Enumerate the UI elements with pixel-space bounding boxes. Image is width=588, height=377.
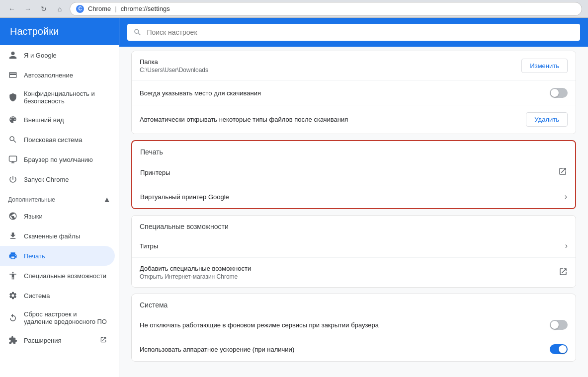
sidebar-item-print[interactable]: Печать — [0, 246, 115, 266]
site-icon: C — [76, 5, 84, 13]
add-accessibility-row[interactable]: Добавить специальные возможности Открыть… — [132, 258, 576, 287]
add-accessibility-subtitle: Открыть Интернет-магазин Chrome — [140, 273, 559, 280]
acceleration-label: Использовать аппаратное ускорение (при н… — [140, 346, 550, 353]
sidebar-item-accessibility[interactable]: Специальные возможности — [0, 266, 115, 286]
sidebar-label-autofill: Автозаполнение — [24, 72, 73, 79]
virtual-printer-text: Виртуальный принтер Google — [140, 193, 565, 201]
address-path: chrome://settings — [121, 5, 170, 12]
captions-arrow-icon: › — [565, 241, 568, 250]
sidebar-label-startup: Запуск Chrome — [24, 176, 69, 183]
extensions-external-icon — [100, 336, 107, 345]
sidebar-item-default-browser[interactable]: Браузер по умолчанию — [0, 150, 115, 169]
sidebar-label-search: Поисковая система — [24, 136, 83, 144]
always-ask-text: Всегда указывать место для скачивания — [140, 89, 550, 97]
folder-row: Папка C:\Users\User\Downloads Изменить — [132, 51, 576, 81]
sidebar-label-extensions: Расширения — [24, 337, 62, 344]
add-accessibility-external-icon — [559, 267, 568, 278]
always-ask-row[interactable]: Всегда указывать место для скачивания — [132, 81, 576, 105]
virtual-printer-arrow-icon: › — [565, 192, 567, 201]
folder-path: C:\Users\User\Downloads — [140, 67, 521, 74]
auto-open-label: Автоматически открывать некоторые типы ф… — [140, 116, 526, 123]
search-input[interactable] — [147, 28, 574, 36]
address-site: Chrome — [88, 5, 111, 12]
sidebar-header: Настройки — [0, 18, 119, 45]
search-input-wrap[interactable] — [127, 24, 580, 41]
sidebar-label-me-google: Я и Google — [24, 52, 57, 59]
background-toggle[interactable] — [550, 320, 568, 330]
home-button[interactable]: ⌂ — [54, 3, 66, 15]
printers-row[interactable]: Принтеры — [132, 160, 575, 185]
sidebar-item-languages[interactable]: Языки — [0, 206, 115, 226]
reload-button[interactable]: ↻ — [38, 3, 50, 15]
shield-icon — [8, 92, 18, 102]
folder-text: Папка C:\Users\User\Downloads — [140, 58, 521, 74]
background-label: Не отключать работающие в фоновом режиме… — [140, 321, 550, 329]
sidebar-item-autofill[interactable]: Автозаполнение — [0, 65, 115, 85]
captions-label: Титры — [140, 242, 565, 250]
sidebar-item-me-google[interactable]: Я и Google — [0, 45, 115, 65]
virtual-printer-row[interactable]: Виртуальный принтер Google › — [132, 185, 575, 208]
back-button[interactable]: ← — [6, 3, 18, 15]
change-folder-button[interactable]: Изменить — [521, 59, 568, 73]
system-section-title: Система — [132, 294, 576, 313]
sidebar-label-appearance: Внешний вид — [24, 116, 64, 124]
sidebar-title: Настройки — [10, 26, 59, 37]
palette-icon — [8, 115, 18, 125]
sidebar-item-reset[interactable]: Сброс настроек и удаление вредоносного П… — [0, 305, 115, 330]
settings-icon — [8, 291, 18, 301]
settings-container: Настройки Я и Google Автозаполнение Конф… — [0, 18, 588, 377]
delete-button[interactable]: Удалить — [526, 112, 568, 127]
always-ask-toggle[interactable] — [550, 88, 568, 98]
add-accessibility-text: Добавить специальные возможности Открыть… — [140, 265, 559, 280]
acceleration-text: Использовать аппаратное ускорение (при н… — [140, 346, 550, 353]
sidebar-label-languages: Языки — [24, 213, 43, 220]
forward-button[interactable]: → — [22, 3, 34, 15]
background-row[interactable]: Не отключать работающие в фоновом режиме… — [132, 313, 576, 337]
auto-open-row: Автоматически открывать некоторые типы ф… — [132, 105, 576, 134]
sidebar-item-downloads[interactable]: Скаченные файлы — [0, 226, 115, 246]
printers-text: Принтеры — [140, 169, 558, 176]
virtual-printer-label: Виртуальный принтер Google — [140, 193, 565, 201]
sidebar-section-additional[interactable]: Дополнительные ▲ — [0, 189, 119, 206]
accessibility-section: Специальные возможности Титры › Добавить… — [131, 215, 576, 288]
sidebar-label-default-browser: Браузер по умолчанию — [24, 156, 93, 163]
sidebar-label-privacy: Конфиденциальность и безопасность — [24, 90, 107, 105]
sidebar-item-startup[interactable]: Запуск Chrome — [0, 169, 115, 189]
main-content: Папка C:\Users\User\Downloads Изменить В… — [119, 18, 588, 377]
sidebar-label-reset: Сброс настроек и удаление вредоносного П… — [24, 310, 107, 325]
always-ask-label: Всегда указывать место для скачивания — [140, 89, 550, 97]
background-text: Не отключать работающие в фоновом режиме… — [140, 321, 550, 329]
address-bar[interactable]: C Chrome | chrome://settings — [70, 2, 582, 16]
sidebar-item-privacy[interactable]: Конфиденциальность и безопасность — [0, 85, 115, 110]
accessibility-section-title: Специальные возможности — [132, 216, 576, 234]
sidebar-item-system[interactable]: Система — [0, 286, 115, 305]
search-icon — [8, 135, 18, 145]
folder-label: Папка — [140, 58, 521, 66]
sidebar-label-system: Система — [24, 292, 50, 300]
additional-label: Дополнительные — [8, 196, 55, 203]
globe-icon — [8, 211, 18, 221]
auto-open-text: Автоматически открывать некоторые типы ф… — [140, 116, 526, 123]
search-bar — [119, 18, 588, 47]
reset-icon — [8, 313, 18, 323]
print-section-title: Печать — [132, 141, 575, 160]
svg-rect-0 — [9, 156, 17, 161]
captions-row[interactable]: Титры › — [132, 234, 576, 258]
system-section: Система Не отключать работающие в фоново… — [131, 294, 576, 362]
sidebar-label-accessibility: Специальные возможности — [24, 272, 106, 280]
acceleration-row[interactable]: Использовать аппаратное ускорение (при н… — [132, 337, 576, 361]
acceleration-toggle[interactable] — [550, 344, 568, 354]
add-accessibility-label: Добавить специальные возможности — [140, 265, 559, 272]
sidebar-item-extensions[interactable]: Расширения — [0, 330, 115, 350]
sidebar-item-appearance[interactable]: Внешний вид — [0, 110, 115, 130]
browser-chrome: ← → ↻ ⌂ C Chrome | chrome://settings — [0, 0, 588, 18]
printers-external-icon — [558, 167, 567, 178]
sidebar-item-search[interactable]: Поисковая система — [0, 130, 115, 150]
search-magnifier-icon — [133, 28, 142, 37]
folder-section: Папка C:\Users\User\Downloads Изменить В… — [131, 51, 576, 134]
download-icon — [8, 231, 18, 241]
additional-arrow-icon: ▲ — [103, 195, 111, 204]
person-icon — [8, 50, 18, 60]
content-area: Папка C:\Users\User\Downloads Изменить В… — [119, 47, 588, 377]
sidebar-label-downloads: Скаченные файлы — [24, 232, 80, 240]
